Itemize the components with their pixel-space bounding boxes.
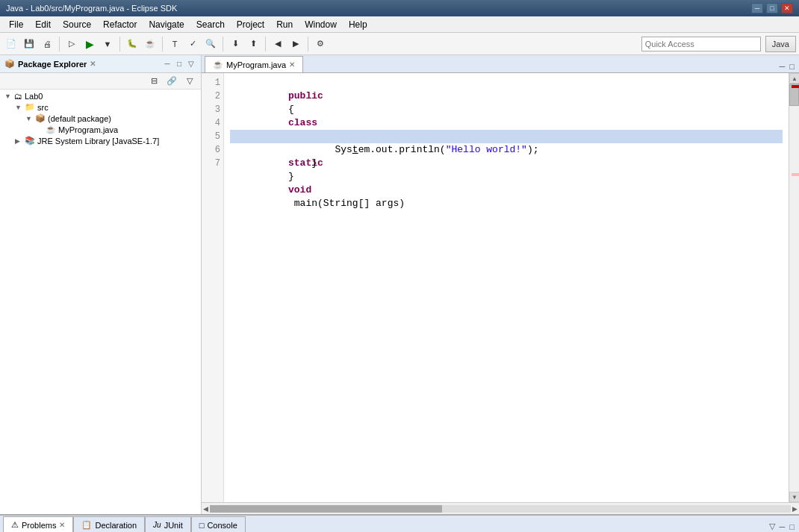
editor-tab-controls[interactable]: ─ □ [778,60,796,72]
h-scroll-left-button[interactable]: ◀ [203,505,208,513]
line-num-1: 1 [202,76,220,90]
bottom-minimize-button[interactable]: ▽ [768,520,777,532]
bottom-panel-minimize-button[interactable]: ─ [778,521,787,533]
menu-refactor[interactable]: Refactor [97,18,143,31]
maximize-button[interactable]: □ [766,3,778,13]
tree-icon-jre: 📚 [25,136,35,145]
editor-tabs: ☕ MyProgram.java ✕ ─ □ [202,55,799,73]
scroll-down-button[interactable]: ▼ [789,492,799,502]
tab-junit-label: JUnit [164,521,183,530]
editor-horizontal-scrollbar[interactable]: ◀ ▶ [202,502,799,514]
run-dropdown[interactable]: ▼ [99,36,116,52]
title-bar: Java - Lab0/src/MyProgram.java - Eclipse… [0,0,799,16]
title-bar-controls[interactable]: ─ □ ✕ [751,3,793,13]
scroll-up-button[interactable]: ▲ [789,73,799,84]
code-line-7: } [230,157,783,170]
editor-maximize-button[interactable]: □ [788,60,796,72]
problems-icon: ⚠ [11,520,19,530]
editor-tab-label: MyProgram.java [226,60,286,69]
menu-file[interactable]: File [3,18,29,31]
code-content[interactable]: public class MyProgram { public static v… [224,73,789,502]
tab-console[interactable]: □ Console [191,516,246,532]
h-scroll-track[interactable] [210,505,791,513]
menu-help[interactable]: Help [343,18,373,31]
minimize-button[interactable]: ─ [751,3,763,13]
run-button[interactable]: ▶ [81,36,98,52]
run-last-button[interactable]: ▷ [63,36,80,52]
tree-item-jre[interactable]: ▶ 📚 JRE System Library [JavaSE-1.7] [1,135,199,146]
menu-search[interactable]: Search [190,18,231,31]
tab-declaration[interactable]: 📋 Declaration [73,516,145,532]
search-btn[interactable]: 🔍 [202,36,219,52]
misc-button[interactable]: ⚙ [312,36,329,52]
prev-annotation[interactable]: ⬆ [245,36,261,52]
new-java-project[interactable]: ☕ [142,36,158,52]
bottom-panel-maximize-button[interactable]: □ [788,521,796,533]
menu-run[interactable]: Run [270,18,299,31]
code-editor[interactable]: 1 2 3 ▽ 4 5 ! 6 7 public clas [202,73,799,502]
editor-tab-myprogram[interactable]: ☕ MyProgram.java ✕ [205,56,303,72]
scroll-track[interactable] [789,84,799,492]
tree-item-src[interactable]: ▼ 📁 src [1,101,199,113]
line-numbers: 1 2 3 ▽ 4 5 ! 6 7 [202,73,224,502]
tree-label-src: src [37,103,49,112]
tree-arrow-src: ▼ [15,104,22,111]
close-button[interactable]: ✕ [781,3,793,13]
title-text: Java - Lab0/src/MyProgram.java - Eclipse… [6,4,177,13]
editor-minimize-button[interactable]: ─ [778,60,787,72]
link-editor-button[interactable]: 🔗 [164,73,180,90]
open-type[interactable]: T [167,36,183,52]
editor-tab-close-button[interactable]: ✕ [289,60,295,69]
new-button[interactable]: 📄 [3,36,19,52]
problems-tab-close[interactable]: ✕ [59,521,65,529]
debug-button[interactable]: 🐛 [124,36,140,52]
warning-scroll-marker [792,173,799,176]
java-perspective-button[interactable]: Java [765,36,796,52]
menu-edit[interactable]: Edit [29,18,57,31]
collapse-all-button[interactable]: ⊟ [146,73,162,90]
print-button[interactable]: 🖨 [39,36,55,52]
panel-header-left: 📦 Package Explorer ✕ [4,59,96,69]
menu-project[interactable]: Project [231,18,270,31]
line-num-4: 4 [202,116,220,130]
menu-source[interactable]: Source [57,18,97,31]
tree-item-default-package[interactable]: ▼ 📦 (default package) [1,113,199,124]
tree-label-lab0: Lab0 [25,92,43,101]
tree-item-myprogram[interactable]: ☕ MyProgram.java [1,124,199,135]
next-annotation[interactable]: ⬇ [227,36,243,52]
menu-navigate[interactable]: Navigate [143,18,190,31]
menu-window[interactable]: Window [299,18,343,31]
panel-minimize-button[interactable]: ─ [162,59,172,69]
tree-arrow-jre: ▶ [15,137,22,145]
panel-view-menu-button[interactable]: ▽ [186,59,196,69]
kw-void: void [288,184,311,195]
file-tree: ▼ 🗂 Lab0 ▼ 📁 src ▼ 📦 (default package) ☕… [0,90,201,514]
tree-item-lab0[interactable]: ▼ 🗂 Lab0 [1,91,199,101]
line-num-2: 2 [202,90,220,103]
separator-4 [223,37,223,51]
h-scroll-thumb[interactable] [210,505,442,513]
save-button[interactable]: 💾 [21,36,37,52]
view-menu-button[interactable]: ▽ [181,73,198,90]
h-scroll-right-button[interactable]: ▶ [792,505,798,513]
code-line-1: public class MyProgram [230,76,783,90]
menu-bar: File Edit Source Refactor Navigate Searc… [0,16,799,33]
bottom-tab-controls[interactable]: ▽ ─ □ [768,520,796,532]
tab-problems[interactable]: ⚠ Problems ✕ [3,516,73,532]
separator-3 [162,37,163,51]
line-num-7: 7 [202,157,220,170]
tab-junit[interactable]: Ju JUnit [145,516,191,532]
editor-vertical-scrollbar[interactable]: ▲ ▼ [789,73,799,502]
package-explorer-panel: 📦 Package Explorer ✕ ─ □ ▽ ⊟ 🔗 ▽ ▼ 🗂 Lab… [0,55,202,514]
back-button[interactable]: ◀ [270,36,286,52]
panel-maximize-button[interactable]: □ [174,59,184,69]
main-area: 📦 Package Explorer ✕ ─ □ ▽ ⊟ 🔗 ▽ ▼ 🗂 Lab… [0,55,799,514]
line-num-5: 5 ! [202,130,220,143]
panel-header-controls[interactable]: ─ □ ▽ [162,59,196,69]
code-line-2: { [230,90,783,103]
tree-label-myprogram: MyProgram.java [58,125,118,134]
tree-label-jre: JRE System Library [JavaSE-1.7] [37,137,159,145]
forward-button[interactable]: ▶ [287,36,304,52]
quick-access-input[interactable] [641,37,761,51]
open-task[interactable]: ✓ [184,36,201,52]
